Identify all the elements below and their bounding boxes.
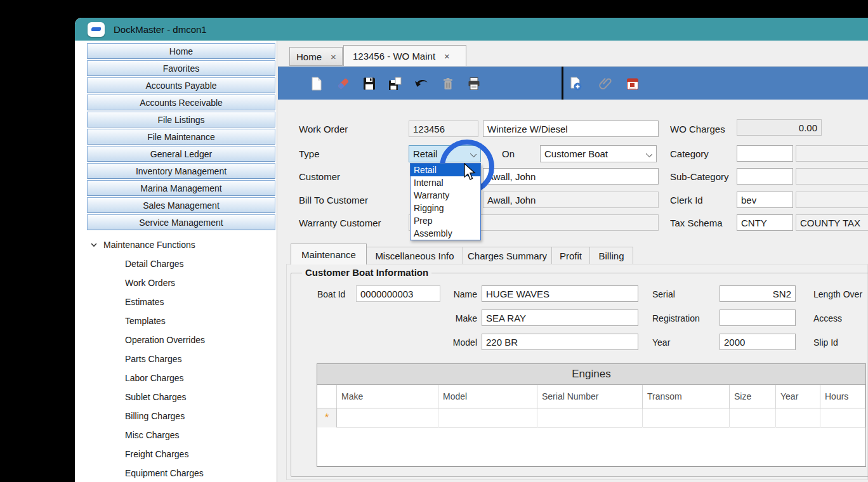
boat-serial-field[interactable]: SN2 — [720, 285, 796, 302]
type-label: Type — [299, 148, 320, 159]
work-order-description-field[interactable]: Winterize W/Diesel — [483, 120, 659, 137]
tab-home-label: Home — [296, 51, 322, 62]
dropdown-option-prep[interactable]: Prep — [411, 214, 480, 227]
schedule-button[interactable] — [624, 75, 641, 92]
tax-schema-label: Tax Schema — [670, 218, 723, 228]
engines-cell-year[interactable] — [776, 408, 820, 427]
sidebar-item-file-maintenance[interactable]: File Maintenance — [87, 129, 275, 145]
attachment-button[interactable] — [598, 75, 614, 92]
on-combobox[interactable]: Customer Boat — [540, 145, 657, 162]
work-order-label: Work Order — [299, 124, 348, 134]
engines-cell-transom[interactable] — [643, 408, 730, 427]
boat-registration-field[interactable] — [720, 309, 796, 326]
sidebar-item-sales-management[interactable]: Sales Management — [87, 197, 275, 213]
tab-profit[interactable]: Profit — [552, 247, 590, 264]
print-button[interactable] — [466, 75, 482, 92]
clerk-id-field[interactable]: bev — [737, 192, 793, 208]
boat-model-field[interactable]: 220 BR — [482, 334, 638, 350]
app-window: DockMaster - dmcon1 Home Favorites Accou… — [75, 18, 868, 482]
tree-item-misc-charges[interactable]: Misc Charges — [75, 426, 277, 445]
tree-node-label: Maintenance Functions — [103, 240, 195, 250]
tree-item-estimates[interactable]: Estimates — [75, 292, 277, 311]
on-label: On — [502, 148, 515, 159]
tree-item-parts-charges[interactable]: Parts Charges — [75, 349, 277, 368]
work-order-number-field[interactable]: 123456 — [409, 120, 478, 137]
boat-make-field[interactable]: SEA RAY — [482, 309, 638, 326]
chevron-down-icon — [646, 151, 652, 157]
tab-charges-summary[interactable]: Charges Summary — [463, 247, 552, 264]
tree-item-labor-charges[interactable]: Labor Charges — [75, 368, 277, 388]
engines-col-year: Year — [776, 385, 820, 408]
save-icon — [362, 76, 377, 91]
tree-item-sublet-charges[interactable]: Sublet Charges — [75, 388, 277, 407]
tax-schema-code-field[interactable]: CNTY — [737, 214, 793, 231]
tab-home[interactable]: Home × — [289, 47, 343, 66]
category-code-field[interactable] — [737, 145, 793, 162]
sidebar-item-home[interactable]: Home — [87, 43, 275, 59]
tab-maintenance[interactable]: Maintenance — [291, 244, 367, 264]
engines-cell-size[interactable] — [730, 408, 776, 427]
dropdown-option-internal[interactable]: Internal — [411, 176, 480, 189]
engines-cell-hours[interactable] — [820, 408, 865, 427]
clerk-id-label: Clerk Id — [670, 195, 703, 205]
document-tabstrip: Home × 123456 - WO Maint × — [278, 41, 868, 66]
boat-name-field[interactable]: HUGE WAVES — [482, 285, 638, 302]
tree-item-templates[interactable]: Templates — [75, 311, 277, 330]
bill-to-customer-field[interactable]: Awall, John — [483, 192, 659, 208]
sub-category-code-field[interactable] — [737, 168, 793, 185]
close-icon[interactable]: × — [444, 51, 450, 62]
tab-miscellaneous-info[interactable]: Miscellaneous Info — [367, 247, 463, 264]
close-icon[interactable]: × — [331, 51, 336, 62]
tree-item-freight-charges[interactable]: Freight Charges — [75, 445, 277, 464]
category-label: Category — [670, 148, 709, 159]
boat-registration-label: Registration — [652, 313, 700, 323]
dropdown-option-warranty[interactable]: Warranty — [411, 189, 480, 202]
tree-item-equipment-charges[interactable]: Equipment Charges — [75, 464, 277, 482]
engines-cell-model[interactable] — [438, 408, 537, 427]
length-overall-label: Length Over — [813, 289, 862, 299]
add-page-button[interactable] — [567, 75, 584, 92]
engines-grid-title: Engines — [317, 364, 865, 385]
undo-button[interactable] — [414, 75, 430, 92]
edit-eraser-button[interactable] — [335, 75, 352, 92]
engines-cell-serial-number[interactable] — [537, 408, 643, 427]
sidebar-item-accounts-payable[interactable]: Accounts Payable — [87, 77, 275, 93]
boat-id-field[interactable]: 0000000003 — [356, 285, 440, 302]
sidebar-item-marina-management[interactable]: Marina Management — [87, 180, 275, 196]
new-document-button[interactable] — [308, 75, 325, 92]
print-icon — [466, 76, 482, 91]
sidebar-item-inventory-management[interactable]: Inventory Management — [87, 163, 275, 179]
sidebar-item-service-management[interactable]: Service Management — [87, 214, 275, 230]
save-as-button[interactable] — [387, 75, 404, 92]
sidebar-item-favorites[interactable]: Favorites — [87, 60, 275, 76]
sub-category-label: Sub-Category — [670, 171, 729, 182]
clerk-id-desc-field — [796, 192, 868, 208]
delete-button[interactable] — [440, 75, 456, 92]
tree-item-work-orders[interactable]: Work Orders — [75, 273, 277, 292]
tree-item-detail-charges[interactable]: Detail Charges — [75, 254, 277, 273]
undo-icon — [414, 76, 430, 91]
sidebar-item-accounts-receivable[interactable]: Accounts Receivable — [87, 94, 275, 110]
sidebar-button-list: Home Favorites Accounts Payable Accounts… — [75, 41, 277, 230]
tab-wo-maint[interactable]: 123456 - WO Maint × — [343, 45, 466, 66]
sidebar-item-general-ledger[interactable]: General Ledger — [87, 146, 275, 162]
tab-billing[interactable]: Billing — [590, 247, 633, 264]
wo-charges-label: WO Charges — [670, 124, 725, 134]
add-page-icon — [568, 76, 583, 91]
tree-item-operation-overrides[interactable]: Operation Overrides — [75, 330, 277, 349]
save-button[interactable] — [361, 75, 378, 92]
detail-tabstrip: Maintenance Miscellaneous Info Charges S… — [278, 243, 868, 264]
tree-item-billing-charges[interactable]: Billing Charges — [75, 407, 277, 426]
dropdown-option-retail[interactable]: Retail — [411, 164, 480, 176]
engines-new-row[interactable]: * — [317, 408, 865, 427]
type-combobox[interactable]: Retail — [409, 145, 481, 162]
engines-cell-make[interactable] — [337, 408, 438, 427]
tree-node-maintenance-functions[interactable]: Maintenance Functions — [75, 235, 277, 254]
engines-grid-header: Make Model Serial Number Transom Size Ye… — [317, 385, 865, 408]
customer-name-field[interactable]: Awall, John — [483, 168, 659, 185]
engines-col-hours: Hours — [820, 385, 865, 408]
dropdown-option-rigging[interactable]: Rigging — [411, 202, 480, 214]
sidebar-item-file-listings[interactable]: File Listings — [87, 112, 275, 127]
dropdown-option-assembly[interactable]: Assembly — [411, 227, 480, 240]
boat-year-field[interactable]: 2000 — [720, 334, 796, 350]
